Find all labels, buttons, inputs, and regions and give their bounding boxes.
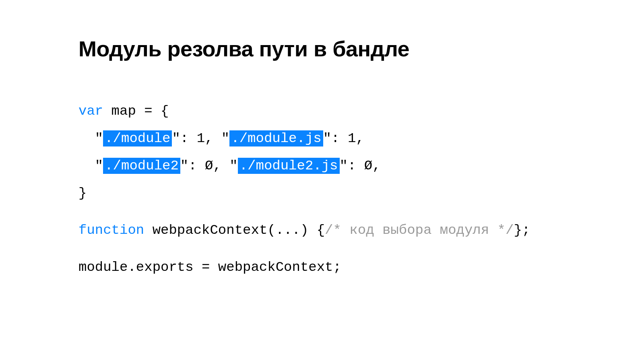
- keyword-var: var: [78, 103, 103, 119]
- highlight-module2-js: ./module2.js: [238, 158, 340, 174]
- code-line-4: }: [78, 186, 87, 201]
- code-line-2: "./module": 1, "./module.js": 1,: [78, 130, 364, 146]
- code-text: ": [78, 131, 103, 146]
- highlight-module2: ./module2: [103, 158, 180, 174]
- code-line-3: "./module2": Ø, "./module2.js": Ø,: [78, 158, 381, 174]
- code-line-6: module.exports = webpackContext;: [78, 260, 341, 275]
- code-text: map = {: [103, 103, 169, 119]
- code-text: ": Ø, ": [180, 158, 238, 173]
- code-block: var map = { "./module": 1, "./module.js"…: [78, 97, 568, 281]
- code-text: ": [78, 158, 103, 173]
- code-text: };: [514, 223, 530, 238]
- code-text: ": Ø,: [340, 158, 381, 173]
- code-text: ": 1,: [323, 131, 364, 146]
- comment: /* код выбора модуля */: [325, 223, 514, 238]
- keyword-function: function: [78, 223, 144, 238]
- code-line-1: var map = {: [78, 103, 169, 119]
- highlight-module: ./module: [103, 130, 172, 146]
- highlight-module-js: ./module.js: [229, 130, 323, 146]
- code-text: ": 1, ": [172, 131, 229, 146]
- code-line-5: function webpackContext(...) {/* код выб…: [78, 223, 530, 238]
- slide-container: Модуль резолва пути в бандле var map = {…: [0, 0, 644, 281]
- slide-title: Модуль резолва пути в бандле: [78, 36, 568, 61]
- code-text: webpackContext(...) {: [144, 223, 325, 238]
